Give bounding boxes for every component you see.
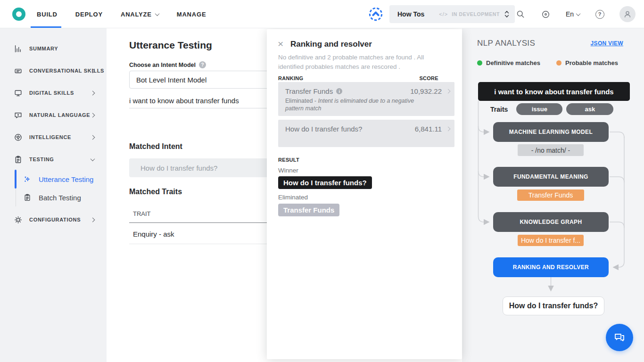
elimination-note: Eliminated - Intent is eliminated due to…	[285, 97, 415, 112]
intelligence-brain-icon	[13, 132, 23, 142]
definitive-dot-icon	[477, 60, 482, 66]
matched-traits-heading: Matched Traits	[129, 188, 182, 196]
speech-bubble-icon	[13, 110, 23, 120]
nav-analyze[interactable]: ANALYZE	[121, 0, 159, 28]
sidebar-item-label: NATURAL LANGUAGE	[29, 112, 90, 118]
nav-build-label: BUILD	[37, 11, 58, 18]
sidebar-item-label: INTELLIGENCE	[29, 134, 71, 140]
sidebar-item-conversational-skills[interactable]: CONVERSATIONAL SKILLS	[0, 60, 107, 82]
matched-intent-value: How do I transfer funds?	[140, 164, 217, 172]
chevron-right-icon	[446, 89, 451, 94]
intent-name: How do I transfer funds?	[285, 125, 362, 133]
nav-deploy[interactable]: DEPLOY	[75, 0, 103, 28]
close-icon[interactable]: ×	[278, 39, 283, 49]
nav-manage-label: MANAGE	[177, 11, 206, 18]
sidebar-item-label: DIGITAL SKILLS	[29, 90, 74, 96]
nlp-analysis-panel: NLP ANALYSIS JSON VIEW Definitive matche…	[462, 28, 644, 362]
sidebar-item-configurations[interactable]: CONFIGURATIONS	[0, 209, 107, 230]
sidebar-item-label: Batch Testing	[39, 194, 81, 202]
app-logo[interactable]	[12, 8, 25, 21]
user-avatar[interactable]	[619, 6, 636, 22]
chevron-down-icon	[576, 11, 581, 16]
node-ranking-and-resolver[interactable]: RANKING AND RESOLVER	[493, 257, 609, 277]
sidebar-item-utterance-testing[interactable]: Utterance Testing	[0, 169, 107, 189]
utterance-input[interactable]: i want to know about transfer funds	[129, 93, 279, 108]
ranking-row-how-do-i-transfer-funds[interactable]: How do I transfer funds? 6,841.11	[278, 120, 454, 147]
chevron-down-icon	[91, 156, 95, 161]
result-section-header: RESULT	[278, 157, 299, 163]
trait-pill-ask[interactable]: ask	[566, 103, 613, 115]
intent-model-select[interactable]: Bot Level Intent Model	[129, 71, 279, 89]
nav-build[interactable]: BUILD	[37, 0, 58, 28]
bot-name: How Tos	[397, 10, 424, 18]
intent-score: 6,841.11	[415, 125, 442, 133]
info-icon[interactable]: i	[336, 88, 342, 94]
bar-chart-icon	[13, 44, 23, 53]
sidebar-item-label: TESTING	[29, 156, 54, 162]
trait-column-header: TRAIT	[129, 210, 279, 223]
language-selector[interactable]: En	[566, 10, 580, 18]
chevron-right-icon	[91, 113, 95, 117]
traits-row: Traits issue ask	[490, 103, 617, 115]
code-icon: </>	[439, 11, 448, 17]
sidebar-item-intelligence[interactable]: INTELLIGENCE	[0, 126, 107, 148]
node-knowledge-graph[interactable]: KNOWLEDGE GRAPH	[493, 212, 609, 232]
node-fundamental-meaning[interactable]: FUNDAMENTAL MEANING	[493, 167, 609, 187]
chevron-right-icon	[91, 135, 95, 140]
sidebar-item-natural-language[interactable]: NATURAL LANGUAGE	[0, 104, 107, 126]
nav-manage[interactable]: MANAGE	[177, 0, 206, 28]
utterance-value: i want to know about transfer funds	[129, 97, 239, 105]
traits-label: Traits	[490, 106, 508, 113]
sidebar-item-label: CONFIGURATIONS	[29, 217, 81, 222]
bot-status-badge: IN DEVELOPMENT	[452, 11, 500, 17]
help-button[interactable]: ?	[594, 8, 605, 20]
chevron-right-icon	[446, 127, 451, 132]
chat-widget-button[interactable]	[606, 324, 633, 351]
json-view-link[interactable]: JSON VIEW	[591, 40, 623, 47]
nlp-panel-title: NLP ANALYSIS	[477, 39, 535, 48]
table-row: Enquiry - ask	[129, 225, 279, 244]
panel-title: Ranking and resolver	[290, 40, 372, 49]
winner-label: Winner	[278, 167, 298, 174]
left-sidebar: SUMMARY CONVERSATIONAL SKILLS DIGITAL SK…	[0, 28, 107, 362]
person-icon	[623, 9, 632, 19]
ranking-row-transfer-funds[interactable]: Transfer Funds i 10,932.22 Eliminated - …	[278, 82, 454, 116]
sidebar-item-summary[interactable]: SUMMARY	[0, 38, 107, 59]
ranking-column-header: RANKING	[278, 75, 303, 81]
chevron-right-icon	[91, 217, 95, 222]
bot-training-status-icon[interactable]	[368, 7, 383, 22]
trait-pill-issue[interactable]: issue	[516, 103, 562, 115]
sidebar-item-batch-testing[interactable]: Batch Testing	[0, 188, 107, 207]
gear-icon	[13, 215, 23, 224]
chevron-right-icon	[91, 90, 95, 95]
top-nav: BUILD DEPLOY ANALYZE MANAGE	[37, 0, 206, 28]
clipboard-icon	[23, 193, 32, 202]
sidebar-item-testing[interactable]: TESTING	[0, 148, 107, 170]
legend-definitive: Definitive matches	[477, 59, 540, 66]
monitor-icon	[13, 88, 23, 98]
language-label: En	[566, 10, 574, 18]
node-machine-learning-model[interactable]: MACHINE LEARNING MODEL	[493, 122, 609, 142]
chevron-down-icon	[155, 11, 159, 16]
nav-deploy-label: DEPLOY	[75, 11, 103, 18]
sidebar-item-digital-skills[interactable]: DIGITAL SKILLS	[0, 82, 107, 104]
sparkle-icon	[23, 174, 32, 184]
help-icon[interactable]: ?	[199, 61, 206, 68]
intent-model-label: Choose an Intent Model	[129, 62, 196, 68]
winner-badge: How do I transfer funds?	[278, 176, 372, 189]
ranking-resolver-panel: × Ranking and resolver No definitive and…	[267, 29, 462, 359]
nav-analyze-label: ANALYZE	[121, 11, 152, 18]
intent-name: Transfer Funds	[285, 87, 333, 95]
status-target-button[interactable]	[540, 8, 552, 20]
circle-dot-icon	[541, 10, 550, 19]
bot-selector[interactable]: How Tos </> IN DEVELOPMENT	[389, 5, 515, 23]
intent-model-value: Bot Level Intent Model	[136, 76, 206, 84]
probable-dot-icon	[556, 60, 561, 66]
chat-bubbles-icon	[613, 331, 626, 344]
intent-model-label-row: Choose an Intent Model ?	[129, 61, 206, 68]
ranking-table-header: RANKING SCORE	[278, 75, 444, 81]
search-icon	[516, 9, 525, 19]
top-icon-group: En ?	[515, 0, 644, 28]
elimination-status: Eliminated -	[285, 98, 316, 104]
search-button[interactable]	[515, 8, 526, 20]
